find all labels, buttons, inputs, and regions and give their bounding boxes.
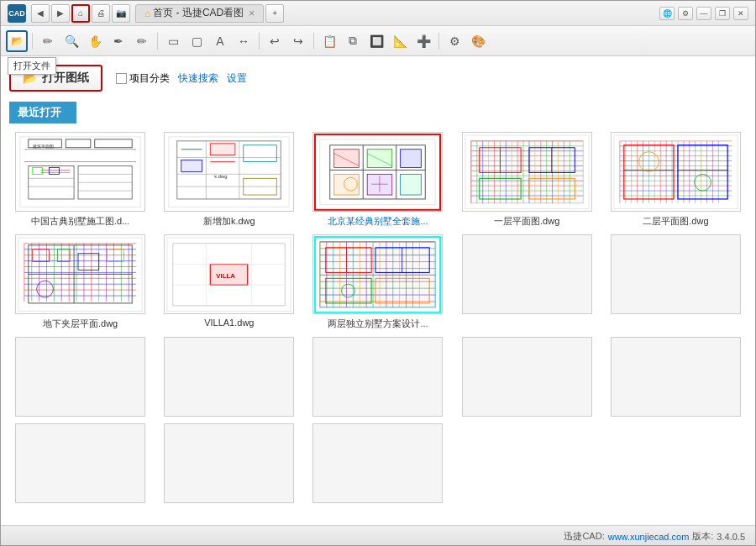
tool-draw1[interactable]: ✒ [108,30,129,52]
tool-shape[interactable]: ▢ [186,30,207,52]
print-button[interactable]: 🖨 [92,4,110,23]
nav-buttons: ◀ ▶ ⌂ 🖨 📷 [31,4,130,23]
file-item [605,234,747,330]
snapshot-button[interactable]: 📷 [112,4,130,23]
tab-bar: ⌂ 首页 - 迅捷CAD看图 × + [135,4,284,23]
svg-rect-34 [313,133,442,212]
file-item[interactable]: 两层独立别墅方案设计... [307,234,449,330]
file-item[interactable]: 建筑平面图 中国古典别墅施工图.d... [9,132,151,228]
file-label: 地下夹层平面.dwg [43,318,118,330]
svg-rect-41 [334,149,360,167]
file-label: 中国古典别墅施工图.d... [31,215,129,228]
file-thumbnail [611,234,741,314]
tool-rect[interactable]: ▭ [162,30,184,52]
tool-copy1[interactable]: 📋 [318,30,340,52]
open-file-tooltip: 打开文件 [8,57,56,75]
version-label: 版本: [692,530,713,543]
tool-copy2[interactable]: ⧉ [342,30,364,52]
minimize-button[interactable]: — [696,7,711,20]
file-label: 两层独立别墅方案设计... [328,318,428,330]
tool-layer[interactable]: 🔲 [365,30,387,52]
file-thumbnail [462,337,592,417]
file-thumbnail [312,423,443,503]
file-thumbnail: VILLA [164,234,294,314]
file-thumbnail [611,337,741,417]
brand-label: 迅捷CAD: [564,530,604,543]
separator-1 [32,33,33,50]
file-item [9,423,151,503]
svg-rect-44 [334,174,360,195]
open-file-button[interactable]: 📂 打开文件 [6,30,28,52]
file-item[interactable]: VILLA VILLA1.dwg [158,234,300,330]
svg-rect-28 [211,143,236,155]
separator-5 [438,33,439,50]
file-thumbnail [462,132,592,212]
tool-add[interactable]: ➕ [412,30,434,52]
header-actions: 项目分类 快速搜索 设置 [116,71,247,86]
separator-3 [259,33,260,50]
file-item[interactable]: 二层平面图.dwg [605,132,747,228]
app-icon: CAD [8,4,26,23]
tab-close-icon[interactable]: × [249,8,255,19]
quick-search-link[interactable]: 快速搜索 [178,71,218,86]
tool-redo[interactable]: ↪ [287,30,309,52]
file-thumbnail [462,234,592,314]
file-item [307,337,449,417]
svg-rect-175 [320,242,435,307]
file-grid: 建筑平面图 中国古典别墅施工图.d... k.dwg [9,132,747,503]
file-item[interactable]: 北京某经典别墅全套施... [307,132,449,228]
title-bar: CAD ◀ ▶ ⌂ 🖨 📷 ⌂ 首页 - 迅捷CAD看图 × + 🌐 ⚙ — ❒… [1,1,755,26]
version-value: 3.4.0.5 [717,532,745,542]
main-content: 📂 打开图纸 项目分类 快速搜索 设置 最近打开 [1,56,755,525]
tool-settings[interactable]: ⚙ [444,30,465,52]
tool-undo[interactable]: ↩ [264,30,286,52]
project-classify-checkbox[interactable]: 项目分类 [116,71,170,86]
file-item [158,423,300,503]
restore-button[interactable]: ❒ [715,7,730,20]
tool-dim[interactable]: ↔ [233,30,255,52]
project-classify-label: 项目分类 [129,71,170,86]
tool-zoom[interactable]: 🔍 [60,30,82,52]
settings-icon[interactable]: ⚙ [678,7,693,20]
forward-button[interactable]: ▶ [51,4,70,23]
close-button[interactable]: ✕ [733,7,748,20]
file-item[interactable]: k.dwg 新增加k.dwg [158,132,300,228]
file-item [9,337,151,417]
tool-text[interactable]: A [209,30,231,52]
new-tab-button[interactable]: + [265,4,284,23]
file-item [456,234,598,330]
tool-measure[interactable]: 📐 [389,30,411,52]
svg-rect-27 [181,160,202,171]
svg-text:建筑平面图: 建筑平面图 [32,143,54,148]
svg-text:VILLA: VILLA [216,272,235,280]
file-item [158,337,300,417]
file-label: 新增加k.dwg [203,215,255,228]
separator-4 [313,33,314,50]
file-thumbnail [312,132,443,212]
tab-home[interactable]: ⌂ 首页 - 迅捷CAD看图 × [135,4,264,23]
file-thumbnail [15,234,145,314]
file-item[interactable]: 一层平面图.dwg [456,132,598,228]
tool-select[interactable]: ✏ [37,30,59,52]
file-item [307,423,449,503]
file-thumbnail [312,234,443,314]
file-thumbnail [15,337,145,417]
file-label: 北京某经典别墅全套施... [328,215,428,228]
svg-text:k.dwg: k.dwg [215,174,228,179]
file-thumbnail [164,337,294,417]
back-button[interactable]: ◀ [31,4,50,23]
file-item[interactable]: 地下夹层平面.dwg [9,234,151,330]
tool-color[interactable]: 🎨 [467,30,489,52]
separator-2 [157,33,158,50]
file-item [456,337,598,417]
file-thumbnail: k.dwg [164,132,294,212]
recent-section-header: 最近打开 [9,102,76,123]
website-link[interactable]: www.xunjiecad.com [608,532,690,542]
toolbar: 📂 打开文件 ✏ 🔍 ✋ ✒ ✏ ▭ ▢ A ↔ ↩ ↪ 📋 ⧉ 🔲 📐 ➕ ⚙… [1,26,755,56]
settings-link[interactable]: 设置 [227,71,247,86]
home-button[interactable]: ⌂ [71,4,90,23]
tool-pan[interactable]: ✋ [84,30,106,52]
tool-draw2[interactable]: ✏ [131,30,153,52]
file-thumbnail: 建筑平面图 [15,132,145,212]
file-item [605,337,747,417]
